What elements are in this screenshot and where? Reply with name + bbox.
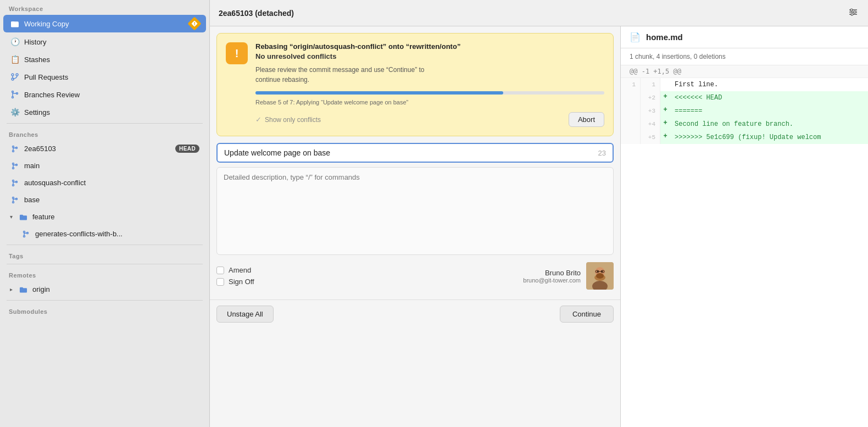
svg-point-26	[854, 11, 856, 13]
sidebar-branch-main-label: main	[24, 162, 199, 170]
sidebar-branch-generates-label: generates-conflicts-with-b...	[35, 230, 199, 238]
warning-exclamation-icon: !	[235, 47, 239, 60]
remotes-section-header: Remotes	[0, 267, 209, 281]
sidebar-item-stashes[interactable]: 📋 Stashes	[3, 51, 206, 68]
diff-new-line-num: +4	[641, 118, 660, 131]
sidebar-item-pull-requests[interactable]: Pull Requests	[3, 69, 206, 85]
progress-bar-fill	[255, 91, 503, 95]
diff-line-sign: +	[660, 104, 670, 118]
content-area: ! Rebasing “origin/autosquash-conflict” …	[210, 26, 868, 427]
svg-point-7	[13, 146, 14, 147]
filter-icon[interactable]	[847, 6, 859, 20]
sign-off-label: Sign Off	[229, 278, 254, 286]
diff-meta: 1 chunk, 4 insertions, 0 deletions	[621, 48, 868, 65]
sidebar-remote-origin-label: origin	[32, 285, 199, 293]
middle-panel: ! Rebasing “origin/autosquash-conflict” …	[210, 26, 621, 427]
diff-old-line-num	[621, 118, 641, 131]
sidebar-branch-feature[interactable]: ▾ feature	[3, 209, 206, 225]
branch-icon-main	[10, 162, 20, 170]
unstage-all-button[interactable]: Unstage All	[216, 306, 274, 323]
diff-old-line-num	[621, 91, 641, 104]
commit-description-textarea[interactable]	[216, 167, 614, 255]
diff-line: +5+>>>>>>> 5e1c699 (fixup! Update welcom	[621, 131, 868, 144]
svg-point-13	[13, 180, 14, 181]
branches-section-header: Branches	[0, 126, 209, 140]
banner-content: Rebasing “origin/autosquash-conflict” on…	[255, 42, 604, 127]
branch-icon	[10, 145, 20, 153]
svg-point-25	[850, 9, 853, 11]
svg-point-27	[851, 13, 853, 15]
svg-point-4	[12, 91, 14, 93]
banner-controls: ✓ Show only conflicts Abort	[255, 112, 604, 127]
diff-new-line-num: 1	[641, 78, 660, 91]
commit-meta: Amend Sign Off Bruno Brito bruno@git-tow…	[216, 257, 614, 293]
diff-line-sign	[660, 78, 670, 91]
banner-title: Rebasing “origin/autosquash-conflict” on…	[255, 42, 604, 51]
sidebar-remote-origin[interactable]: ▸ origin	[3, 281, 206, 297]
sidebar-branch-2ea65103[interactable]: 2ea65103 HEAD	[3, 141, 206, 157]
diff-line-content: >>>>>>> 5e1c699 (fixup! Update welcom	[670, 131, 868, 144]
workspace-section-header: Workspace	[0, 0, 209, 14]
sidebar-item-working-copy[interactable]: Working Copy !	[3, 15, 206, 32]
show-conflicts-check[interactable]: ✓ Show only conflicts	[255, 115, 321, 124]
sidebar-branch-autosquash-conflict[interactable]: autosquash-conflict	[3, 175, 206, 191]
continue-button[interactable]: Continue	[560, 306, 614, 323]
sidebar-divider-2	[7, 245, 203, 245]
sidebar-branch-main[interactable]: main	[3, 158, 206, 174]
author-email: bruno@git-tower.com	[523, 277, 581, 284]
sidebar-item-settings[interactable]: ⚙️ Settings	[3, 104, 206, 120]
diff-line-sign: +	[660, 118, 670, 131]
svg-point-14	[13, 184, 14, 186]
diff-line-sign: +	[660, 91, 670, 104]
top-bar-title: 2ea65103 (detached)	[219, 9, 847, 18]
sign-off-checkbox-row[interactable]: Sign Off	[216, 278, 254, 286]
folder-icon-origin	[18, 285, 28, 293]
commit-area: Update welcome page on base 23 Amend	[210, 143, 620, 300]
clock-icon: 🕐	[10, 37, 20, 46]
sidebar-divider-3	[7, 264, 203, 264]
sidebar-branch-autosquash-label: autosquash-conflict	[24, 179, 199, 187]
svg-point-1	[12, 74, 14, 76]
char-count: 23	[598, 149, 606, 157]
commit-title-input[interactable]: Update welcome page on base 23	[216, 143, 614, 163]
diff-new-line-num: +5	[641, 131, 660, 144]
sidebar-item-working-copy-label: Working Copy	[24, 20, 185, 28]
amend-checkbox[interactable]	[216, 267, 224, 274]
sign-off-checkbox[interactable]	[216, 278, 224, 286]
sidebar-item-history-label: History	[24, 38, 199, 46]
diff-panel: 📄 home.md 1 chunk, 4 insertions, 0 delet…	[621, 26, 868, 427]
sidebar-item-pull-requests-label: Pull Requests	[24, 73, 199, 81]
sidebar-branch-generates-conflicts[interactable]: generates-conflicts-with-b...	[3, 226, 206, 242]
svg-point-3	[16, 74, 18, 76]
svg-point-16	[13, 197, 14, 198]
sidebar-branch-base[interactable]: base	[3, 192, 206, 208]
diff-line-content: =======	[670, 104, 868, 118]
folder-icon	[10, 19, 20, 28]
diff-hunk-header: @@ -1 +1,5 @@	[621, 65, 868, 78]
top-bar: 2ea65103 (detached)	[210, 0, 868, 26]
sidebar-branch-2ea65103-label: 2ea65103	[24, 145, 171, 153]
sidebar-item-branches-review[interactable]: Branches Review	[3, 86, 206, 103]
branch-icon-autosquash	[10, 179, 20, 187]
pr-icon	[10, 73, 20, 81]
amend-checkbox-row[interactable]: Amend	[216, 266, 254, 274]
commit-checkboxes: Amend Sign Off	[216, 266, 254, 286]
diff-line: 11First line.	[621, 78, 868, 91]
diff-line: +4+Second line on feature branch.	[621, 118, 868, 131]
author-name: Bruno Brito	[523, 269, 581, 277]
sidebar: Workspace Working Copy ! 🕐 History 📋 Sta…	[0, 0, 210, 427]
svg-point-34	[596, 273, 604, 279]
sidebar-item-history[interactable]: 🕐 History	[3, 34, 206, 50]
file-name: home.md	[646, 32, 683, 42]
bottom-actions: Unstage All Continue	[210, 300, 620, 328]
diff-old-line-num	[621, 104, 641, 118]
diff-old-line-num: 1	[621, 78, 641, 91]
diff-new-line-num: +2	[641, 91, 660, 104]
chevron-right-icon: ▸	[10, 286, 13, 292]
stash-icon: 📋	[10, 55, 20, 64]
banner-desc: Please review the commit message and use…	[255, 65, 604, 85]
abort-button[interactable]: Abort	[569, 112, 604, 127]
author-text: Bruno Brito bruno@git-tower.com	[523, 269, 581, 284]
warning-diamond-icon: !	[187, 16, 201, 30]
checkmark-icon: ✓	[255, 115, 261, 124]
